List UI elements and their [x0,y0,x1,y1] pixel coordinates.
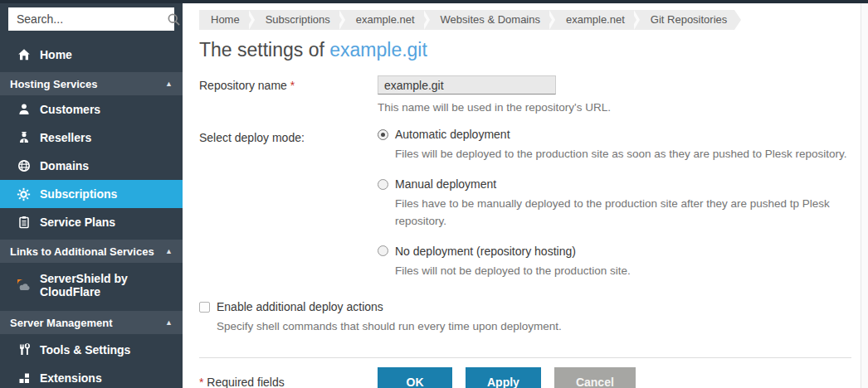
enable-deploy-actions-checkbox[interactable]: Enable additional deploy actions [199,300,851,313]
sidebar-item-domains[interactable]: Domains [0,152,183,180]
option-description: Files will be deployed to the production… [395,146,851,162]
clipboard-icon [17,216,31,230]
sidebar-item-label: Resellers [40,131,91,144]
scrollbar-track[interactable] [861,3,868,388]
settings-form: Repository name * This name will be used… [199,75,851,388]
sidebar-item-resellers[interactable]: Resellers [0,124,183,152]
breadcrumb-separator-icon [632,10,643,30]
breadcrumb-separator-icon [422,10,433,30]
tools-icon [17,343,31,357]
cancel-button[interactable]: Cancel [554,367,636,388]
chevron-up-icon[interactable]: ▲ [165,80,173,88]
top-bar [0,0,868,3]
radio-button-icon[interactable] [378,245,388,256]
sidebar-item-tools-settings[interactable]: Tools & Settings [0,336,183,364]
sidebar-item-label: Subscriptions [40,187,117,201]
radio-manual-deployment[interactable]: Manual deployment [378,177,851,191]
required-asterisk: * [290,79,295,92]
apply-button[interactable]: Apply [466,367,541,388]
sidebar-item-service-plans[interactable]: Service Plans [0,208,183,236]
repository-name-input[interactable] [378,75,556,95]
sidebar-item-label: Home [40,48,72,61]
form-footer: * Required fields OK Apply Cancel [199,367,851,388]
sidebar-item-label: Customers [40,103,100,116]
sidebar-item-home[interactable]: Home [0,41,183,69]
breadcrumb-item-domain[interactable]: example.net [558,10,632,30]
globe-icon [17,159,31,173]
breadcrumb: Home Subscriptions example.net Websites … [199,10,851,30]
deploy-actions-section: Enable additional deploy actions Specify… [199,300,851,335]
sidebar-item-customers[interactable]: Customers [0,95,183,124]
breadcrumb-item-subscription-domain[interactable]: example.net [349,10,422,30]
sidebar-item-subscriptions[interactable]: Subscriptions [0,180,183,208]
deploy-option-automatic: Automatic deployment Files will be deplo… [378,128,851,162]
blocks-icon [17,371,31,386]
sidebar-item-label: ServerShield by CloudFlare [40,272,148,298]
radio-button-icon[interactable] [378,129,388,140]
sidebar: Home Hosting Services ▲ Customers Resell… [0,0,183,388]
page-title: The settings of example.git [199,39,851,61]
option-description: Files will not be deployed to the produc… [395,263,851,279]
sidebar-item-label: Extensions [40,371,102,385]
repository-name-help: This name will be used in the repository… [378,101,851,114]
customer-icon [17,103,31,117]
sidebar-section-hosting-services[interactable]: Hosting Services ▲ [0,72,183,95]
breadcrumb-item-websites-domains[interactable]: Websites & Domains [433,10,548,30]
sidebar-item-label: Domains [40,159,89,172]
required-fields-note: * Required fields [199,376,378,388]
deploy-actions-description: Specify shell commands that should run e… [217,318,696,335]
sidebar-item-label: Tools & Settings [40,343,130,356]
sidebar-item-extensions[interactable]: Extensions [0,364,183,388]
deploy-option-none: No deployment (repository hosting) Files… [378,245,851,279]
breadcrumb-item-home[interactable]: Home [199,10,247,30]
sidebar-section-server-management[interactable]: Server Management ▲ [0,311,183,334]
chevron-up-icon[interactable]: ▲ [165,247,173,255]
breadcrumb-separator-icon [548,10,558,30]
sidebar-item-label: Service Plans [40,216,115,229]
repository-name-label: Repository name * [199,75,378,114]
breadcrumb-separator-icon [247,10,258,30]
checkbox-icon[interactable] [199,302,210,313]
sidebar-item-servershield[interactable]: ServerShield by CloudFlare [0,263,183,308]
breadcrumb-end-arrow [734,10,741,30]
sidebar-section-additional-services[interactable]: Links to Additional Services ▲ [0,240,183,263]
home-icon [17,48,31,62]
ok-button[interactable]: OK [378,367,452,388]
repository-name-row: Repository name * This name will be used… [199,75,851,114]
deploy-mode-row: Select deploy mode: Automatic deployment… [199,128,851,279]
breadcrumb-item-git-repositories: Git Repositories [643,10,734,30]
reseller-icon [17,131,31,145]
deploy-mode-label: Select deploy mode: [199,128,378,279]
gear-icon [17,187,31,201]
main-content: Home Subscriptions example.net Websites … [183,3,868,388]
radio-no-deployment[interactable]: No deployment (repository hosting) [378,245,851,258]
search-input[interactable] [17,12,167,26]
radio-automatic-deployment[interactable]: Automatic deployment [378,128,851,141]
radio-button-icon[interactable] [378,179,388,190]
deploy-option-manual: Manual deployment Files have to be manua… [378,177,851,230]
repository-name-highlight: example.git [329,39,427,61]
option-description: Files have to be manually deployed to th… [395,196,851,230]
search-icon[interactable] [167,12,181,27]
sidebar-search[interactable] [8,7,174,31]
divider [199,357,851,358]
chevron-up-icon[interactable]: ▲ [165,318,173,327]
cloudflare-icon [17,279,31,293]
breadcrumb-separator-icon [338,10,349,30]
breadcrumb-item-subscriptions[interactable]: Subscriptions [258,10,338,30]
